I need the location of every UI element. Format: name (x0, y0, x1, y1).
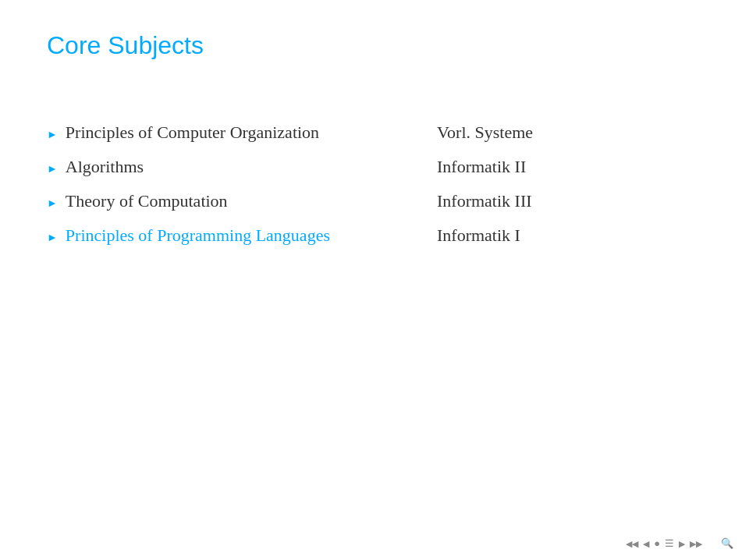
bullet-arrow-2: ► (47, 163, 58, 175)
bullet-arrow-1: ► (47, 129, 58, 141)
table-row: ► Algorithms Informatik II (47, 157, 702, 177)
items-table: ► Principles of Computer Organization Vo… (47, 122, 702, 246)
item-note-1: Vorl. Systeme (437, 122, 533, 143)
nav-search-button[interactable]: 🔍 (721, 537, 733, 550)
item-note-3: Informatik III (437, 191, 532, 211)
item-note-2: Informatik II (437, 157, 526, 177)
bullet-arrow-3: ► (47, 197, 58, 210)
nav-toc-button[interactable]: ☰ (665, 537, 674, 550)
content-area: ► Principles of Computer Organization Vo… (47, 107, 702, 246)
nav-next-button[interactable]: ▶ (679, 539, 685, 549)
bullet-arrow-4: ► (47, 232, 58, 244)
nav-last-button[interactable]: ▶▶ (690, 539, 702, 549)
item-left-3: ► Theory of Computation (47, 191, 421, 211)
nav-home-button[interactable]: ● (654, 537, 660, 550)
table-row: ► Theory of Computation Informatik III (47, 191, 702, 211)
table-row: ► Principles of Computer Organization Vo… (47, 122, 702, 143)
item-left-2: ► Algorithms (47, 157, 421, 177)
item-left-1: ► Principles of Computer Organization (47, 122, 421, 143)
item-text-2: Algorithms (66, 157, 144, 177)
item-text-1: Principles of Computer Organization (66, 122, 319, 143)
table-row: ► Principles of Programming Languages In… (47, 225, 702, 246)
slide-title: Core Subjects (47, 31, 702, 60)
nav-prev-button[interactable]: ◀ (643, 539, 649, 549)
nav-spacer (713, 537, 716, 551)
item-text-3: Theory of Computation (66, 191, 228, 211)
navigation-bar: ◀◀ ◀ ● ☰ ▶ ▶▶ 🔍 (626, 537, 733, 551)
item-note-4: Informatik I (437, 225, 520, 246)
item-left-4: ► Principles of Programming Languages (47, 225, 421, 246)
nav-first-button[interactable]: ◀◀ (626, 539, 638, 549)
slide: Core Subjects ► Principles of Computer O… (0, 0, 749, 560)
item-text-4[interactable]: Principles of Programming Languages (66, 225, 330, 246)
